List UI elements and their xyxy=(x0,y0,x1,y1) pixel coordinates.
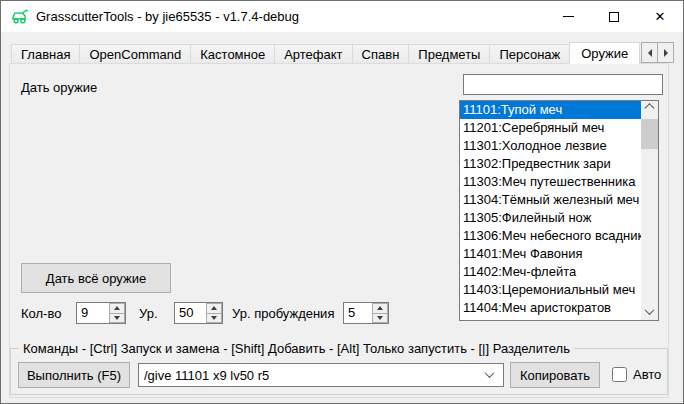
command-combobox-input[interactable] xyxy=(138,363,504,387)
commands-group-title: Команды - [Ctrl] Запуск и замена - [Shif… xyxy=(19,341,574,356)
list-item[interactable]: 11302:Предвестник зари xyxy=(460,155,641,173)
spin-down-icon xyxy=(211,316,217,320)
tab-5[interactable]: Предметы xyxy=(408,44,490,64)
list-item[interactable]: 11304:Тёмный железный меч xyxy=(460,191,641,209)
tab-scroll-left-button[interactable] xyxy=(641,42,658,63)
level-down-button[interactable] xyxy=(206,313,222,324)
list-item[interactable]: 11401:Меч Фавония xyxy=(460,245,641,263)
tab-scroll-right-button[interactable] xyxy=(657,42,674,63)
tab-3[interactable]: Артефакт xyxy=(274,44,352,64)
tab-2[interactable]: Кастомное xyxy=(190,44,275,64)
list-item[interactable]: 11306:Меч небесного всадника xyxy=(460,227,641,245)
spin-down-icon xyxy=(114,316,120,320)
weapon-search-input[interactable] xyxy=(463,74,663,95)
refinement-stepper[interactable]: 5 xyxy=(343,302,389,324)
weapon-listbox[interactable]: 11101:Тупой меч11201:Серебряный меч11301… xyxy=(459,100,659,321)
copy-command-button[interactable]: Копировать xyxy=(510,362,600,388)
list-item[interactable]: 11101:Тупой меч xyxy=(460,101,641,119)
level-stepper[interactable]: 50 xyxy=(174,302,223,324)
tab-6[interactable]: Персонаж xyxy=(489,44,570,64)
maximize-icon xyxy=(609,12,619,22)
spin-up-icon xyxy=(377,306,383,310)
list-item[interactable]: 11301:Холодное лезвие xyxy=(460,137,641,155)
count-stepper[interactable]: 9 xyxy=(76,302,126,324)
scroll-up-button[interactable] xyxy=(641,101,658,118)
arrow-left-icon xyxy=(648,49,652,57)
list-item[interactable]: 11303:Меч путешественника xyxy=(460,173,641,191)
run-command-button[interactable]: Выполнить (F5) xyxy=(18,362,130,388)
chevron-down-icon xyxy=(645,305,655,315)
scroll-down-button[interactable] xyxy=(641,303,658,320)
count-value: 9 xyxy=(77,303,109,323)
auto-checkbox[interactable] xyxy=(612,367,627,382)
list-item[interactable]: 11404:Меч аристократов xyxy=(460,299,641,317)
count-label: Кол-во xyxy=(21,306,61,321)
close-button[interactable]: ✕ xyxy=(637,1,683,32)
level-label: Ур. xyxy=(139,306,158,321)
tab-1[interactable]: OpenCommand xyxy=(79,44,191,64)
tab-7[interactable]: Оружие xyxy=(569,42,640,64)
commands-groupbox: Команды - [Ctrl] Запуск и замена - [Shif… xyxy=(10,348,668,395)
app-logo-icon xyxy=(10,8,29,25)
spin-down-icon xyxy=(377,316,383,320)
give-all-weapons-button[interactable]: Дать всё оружие xyxy=(21,263,171,293)
minimize-icon xyxy=(563,16,574,17)
list-item[interactable]: 11403:Церемониальный меч xyxy=(460,281,641,299)
spin-up-icon xyxy=(114,306,120,310)
window-title: GrasscutterTools - by jie65535 - v1.7.4-… xyxy=(36,9,299,24)
maximize-button[interactable] xyxy=(591,1,637,32)
auto-checkbox-label: Авто xyxy=(633,367,661,382)
window-controls: ✕ xyxy=(545,1,683,32)
chevron-up-icon xyxy=(645,103,655,113)
list-item[interactable]: 11305:Филейный нож xyxy=(460,209,641,227)
count-down-button[interactable] xyxy=(109,313,125,324)
level-spin-buttons xyxy=(206,303,222,323)
refinement-value: 5 xyxy=(344,303,372,323)
spin-up-icon xyxy=(211,306,217,310)
refinement-down-button[interactable] xyxy=(372,313,388,324)
refinement-spin-buttons xyxy=(372,303,388,323)
minimize-button[interactable] xyxy=(545,1,591,32)
scrollbar-thumb[interactable] xyxy=(641,119,658,149)
give-weapon-label: Дать оружие xyxy=(21,80,97,95)
arrow-right-icon xyxy=(664,49,668,57)
weapon-list-scrollbar[interactable] xyxy=(641,101,658,320)
tab-0[interactable]: Главная xyxy=(11,44,80,64)
list-item[interactable]: 11201:Серебряный меч xyxy=(460,119,641,137)
level-value: 50 xyxy=(175,303,206,323)
list-item[interactable]: 11402:Меч-флейта xyxy=(460,263,641,281)
tab-4[interactable]: Спавн xyxy=(352,44,410,64)
tab-strip: ГлавнаяOpenCommandКастомноеАртефактСпавн… xyxy=(11,41,665,64)
title-bar: GrasscutterTools - by jie65535 - v1.7.4-… xyxy=(1,1,683,32)
refinement-label: Ур. пробуждения xyxy=(232,306,334,321)
weapon-list-items: 11101:Тупой меч11201:Серебряный меч11301… xyxy=(460,101,641,320)
close-icon: ✕ xyxy=(655,10,666,23)
tab-scroll-buttons xyxy=(641,42,674,63)
app-window: GrasscutterTools - by jie65535 - v1.7.4-… xyxy=(0,0,684,404)
count-spin-buttons xyxy=(109,303,125,323)
